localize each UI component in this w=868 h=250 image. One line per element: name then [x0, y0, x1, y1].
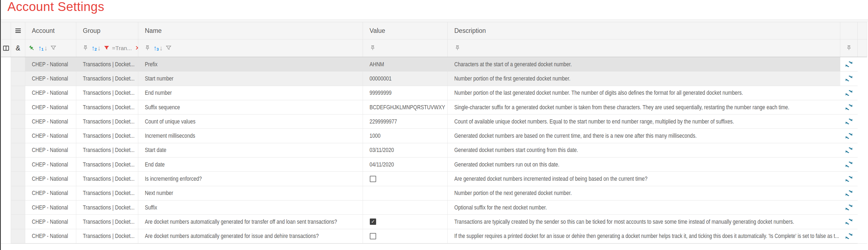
refresh-icon[interactable]	[845, 233, 852, 240]
cell-value[interactable]: BCDEFGHJKLMNPQRSTUVWXY	[363, 100, 448, 114]
pinned-green-pushpin-icon[interactable]	[28, 45, 35, 52]
cell-name[interactable]: End number	[138, 86, 363, 100]
row-header-cell[interactable]	[11, 157, 25, 172]
refresh-icon[interactable]	[845, 118, 852, 125]
cell-account[interactable]: CHEP - National	[25, 57, 76, 71]
refresh-icon[interactable]	[845, 89, 852, 97]
cell-name[interactable]: Suffix	[138, 201, 363, 215]
cell-group[interactable]: Transactions | Docket...	[76, 71, 138, 86]
cell-description[interactable]: Optional suffix for the next docket numb…	[448, 201, 840, 215]
cell-name[interactable]: Next number	[138, 186, 363, 201]
table-row[interactable]: CHEP - NationalTransactions | Docket...E…	[1, 86, 867, 100]
cell-name[interactable]: Start date	[138, 143, 363, 157]
cell-group[interactable]: Transactions | Docket...	[76, 172, 138, 186]
cell-name[interactable]: Are docket numbers automatically generat…	[138, 229, 363, 243]
cell-description[interactable]: Number portion of the next generated doc…	[448, 186, 840, 201]
cell-name[interactable]: Prefix	[138, 57, 363, 71]
row-header-cell[interactable]	[11, 114, 25, 129]
cell-description[interactable]: Generated docket numbers are based on th…	[448, 129, 840, 143]
header-menu-cell[interactable]	[11, 22, 25, 39]
refresh-icon[interactable]	[845, 204, 852, 211]
cell-name[interactable]: End date	[138, 157, 363, 172]
cell-name[interactable]: Count of unique values	[138, 114, 363, 129]
cell-account[interactable]: CHEP - National	[25, 229, 76, 243]
table-row[interactable]: CHEP - NationalTransactions | Docket...E…	[1, 157, 867, 172]
row-header-cell[interactable]	[11, 186, 25, 201]
cell-account[interactable]: CHEP - National	[25, 114, 76, 129]
table-row[interactable]: CHEP - NationalTransactions | Docket...I…	[1, 172, 867, 186]
row-header-cell[interactable]	[11, 71, 25, 86]
table-row[interactable]: CHEP - NationalTransactions | Docket...S…	[1, 201, 867, 215]
cell-value[interactable]: 1000	[363, 129, 448, 143]
value-checkbox[interactable]	[370, 233, 376, 239]
refresh-icon[interactable]	[845, 161, 852, 168]
cell-name[interactable]: Start number	[138, 71, 363, 86]
cell-account[interactable]: CHEP - National	[25, 186, 76, 201]
active-funnel-icon[interactable]	[103, 45, 110, 51]
table-row[interactable]: CHEP - NationalTransactions | Docket...P…	[1, 57, 867, 71]
cell-group[interactable]: Transactions | Docket...	[76, 143, 138, 157]
cell-value[interactable]: 03/11/2020	[363, 143, 448, 157]
cell-account[interactable]: CHEP - National	[25, 143, 76, 157]
cell-name[interactable]: Is incrementing enforced?	[138, 172, 363, 186]
cell-value[interactable]: 99999999	[363, 86, 448, 100]
column-header-group[interactable]: Group	[76, 22, 138, 39]
cell-description[interactable]: Characters at the start of a generated d…	[448, 57, 840, 71]
refresh-icon[interactable]	[845, 175, 852, 183]
row-header-cell[interactable]	[11, 201, 25, 215]
table-row[interactable]: CHEP - NationalTransactions | Docket...A…	[1, 215, 867, 229]
sort-control-group[interactable]: ↑2↓	[91, 45, 101, 51]
funnel-icon[interactable]	[165, 45, 172, 51]
cell-description[interactable]: Number portion of the first generated do…	[448, 71, 840, 86]
table-row[interactable]: CHEP - NationalTransactions | Docket...I…	[1, 129, 867, 143]
column-chooser-cell[interactable]	[1, 39, 11, 57]
table-row[interactable]: CHEP - NationalTransactions | Docket...A…	[1, 229, 867, 243]
row-header-cell[interactable]	[11, 143, 25, 157]
cell-account[interactable]: CHEP - National	[25, 201, 76, 215]
cell-account[interactable]: CHEP - National	[25, 172, 76, 186]
filter-logic-cell[interactable]: &	[11, 39, 25, 57]
refresh-icon[interactable]	[845, 146, 852, 154]
cell-account[interactable]: CHEP - National	[25, 86, 76, 100]
cell-description[interactable]: Number portion of the last generated doc…	[448, 86, 840, 100]
column-header-value[interactable]: Value	[363, 22, 448, 39]
cell-value[interactable]	[363, 172, 448, 186]
cell-description[interactable]: Transactions are typically created by th…	[448, 215, 840, 229]
cell-group[interactable]: Transactions | Docket...	[76, 57, 138, 71]
row-header-cell[interactable]	[11, 57, 25, 71]
cell-account[interactable]: CHEP - National	[25, 215, 76, 229]
cell-group[interactable]: Transactions | Docket...	[76, 201, 138, 215]
cell-value[interactable]: ✓	[363, 215, 448, 229]
table-row[interactable]: CHEP - NationalTransactions | Docket...C…	[1, 114, 867, 129]
pushpin-outline-icon[interactable]	[454, 45, 461, 51]
cell-description[interactable]: Generated docket numbers start counting …	[448, 143, 840, 157]
cell-value[interactable]: 04/11/2020	[363, 157, 448, 172]
cell-name[interactable]: Suffix sequence	[138, 100, 363, 114]
cell-account[interactable]: CHEP - National	[25, 100, 76, 114]
column-header-name[interactable]: Name	[138, 22, 363, 39]
row-header-cell[interactable]	[11, 129, 25, 143]
row-header-cell[interactable]	[11, 100, 25, 114]
cell-value[interactable]: 2299999977	[363, 114, 448, 129]
sort-control-name[interactable]: ↑3↓	[153, 45, 163, 51]
refresh-icon[interactable]	[845, 189, 852, 197]
table-row[interactable]: CHEP - NationalTransactions | Docket...S…	[1, 71, 867, 86]
table-row[interactable]: CHEP - NationalTransactions | Docket...S…	[1, 100, 867, 114]
cell-value[interactable]	[363, 186, 448, 201]
cell-value[interactable]	[363, 201, 448, 215]
row-header-cell[interactable]	[11, 172, 25, 186]
refresh-icon[interactable]	[845, 104, 852, 111]
cell-description[interactable]: Generated docket numbers run out on this…	[448, 157, 840, 172]
table-row[interactable]: CHEP - NationalTransactions | Docket...N…	[1, 186, 867, 201]
pushpin-outline-icon[interactable]	[144, 45, 151, 51]
table-row[interactable]: CHEP - NationalTransactions | Docket...S…	[1, 143, 867, 157]
cell-description[interactable]: Count of available unique docket numbers…	[448, 114, 840, 129]
value-checkbox[interactable]: ✓	[370, 218, 376, 225]
cell-group[interactable]: Transactions | Docket...	[76, 114, 138, 129]
pushpin-outline-icon[interactable]	[846, 45, 852, 51]
active-filter-text[interactable]: =Tran...	[112, 45, 132, 51]
hamburger-icon[interactable]	[16, 28, 21, 34]
cell-name[interactable]: Increment milliseconds	[138, 129, 363, 143]
pushpin-outline-icon[interactable]	[82, 45, 89, 51]
cell-description[interactable]: Single-character suffix for a generated …	[448, 100, 840, 114]
